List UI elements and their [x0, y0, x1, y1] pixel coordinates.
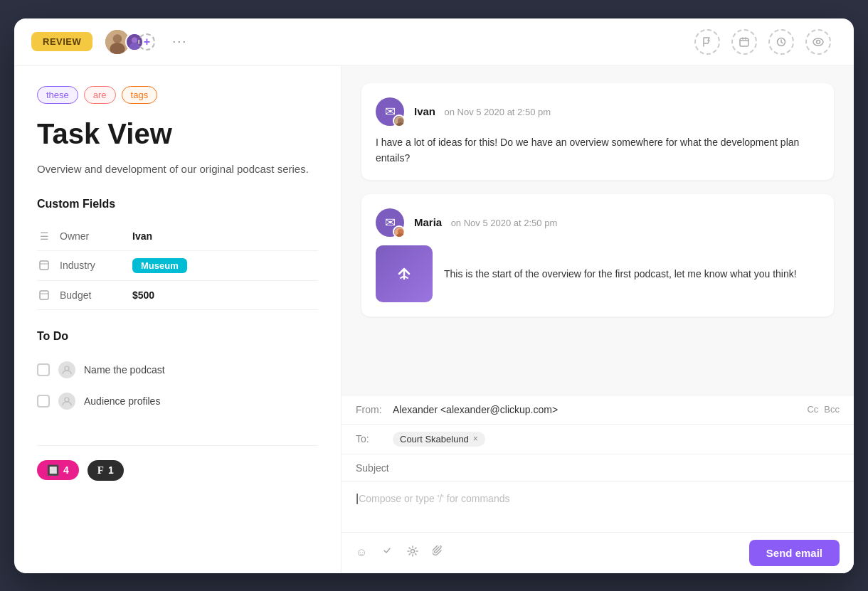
custom-fields-title: Custom Fields — [37, 198, 318, 211]
email-body[interactable]: |Compose or type '/' for commands — [342, 482, 854, 532]
comment-text-2: This is the start of the overview for th… — [444, 266, 797, 282]
svg-rect-6 — [740, 38, 748, 46]
task-description: Overview and development of our original… — [37, 161, 318, 178]
ivan-small-avatar — [393, 115, 406, 127]
todo-label-1: Name the podcast — [84, 364, 165, 376]
tag-tags[interactable]: tags — [122, 86, 158, 104]
flag-icon[interactable] — [694, 29, 720, 55]
cc-bcc: Cc Bcc — [807, 404, 840, 415]
pill-figma[interactable]: 🔲 4 — [37, 460, 79, 480]
tag-are[interactable]: are — [84, 86, 116, 104]
email-from-row: From: Alexander <alexander@clickup.com> … — [342, 395, 854, 425]
attachment-row: This is the start of the overview for th… — [376, 245, 820, 302]
pill-figma-count: 4 — [63, 464, 69, 476]
todo-checkbox-1[interactable] — [37, 363, 50, 376]
comment-avatar-ivan: ✉ — [376, 97, 404, 126]
settings-icon[interactable] — [407, 545, 418, 560]
emoji-icon[interactable]: ☺ — [356, 546, 367, 559]
pill-figma2-icon: F — [97, 464, 104, 476]
comment-header-2: ✉ Maria on Nov 5 2020 at — [376, 208, 820, 237]
attachment-icon[interactable] — [433, 545, 444, 560]
mention-icon[interactable] — [381, 545, 393, 560]
maria-small-avatar — [393, 225, 406, 238]
todo-item-2: Audience profiles — [37, 385, 318, 417]
svg-point-14 — [65, 366, 69, 371]
email-compose: From: Alexander <alexander@clickup.com> … — [342, 395, 854, 573]
comment-author-2: Maria — [414, 216, 442, 228]
todo-section: To Do Name the podcast — [37, 330, 318, 417]
pill-figma-icon: 🔲 — [47, 464, 59, 476]
comment-meta-2: Maria on Nov 5 2020 at 2:50 pm — [414, 216, 820, 229]
pill-figma-2[interactable]: F 1 — [88, 460, 124, 481]
svg-point-22 — [411, 550, 415, 553]
main-content: these are tags Task View Overview and de… — [14, 66, 854, 573]
bcc-label[interactable]: Bcc — [824, 404, 840, 415]
comment-avatar-maria: ✉ — [376, 208, 404, 237]
custom-fields: Custom Fields ☰ Owner Ivan Industry Muse… — [37, 198, 318, 310]
svg-point-4 — [132, 37, 137, 43]
tags-row: these are tags — [37, 86, 318, 104]
comment-time-1: on Nov 5 2020 at 2:50 pm — [444, 107, 551, 117]
todo-avatar-1 — [58, 361, 75, 378]
from-value: Alexander <alexander@clickup.com> — [393, 404, 798, 415]
toolbar-icons — [694, 29, 794, 55]
svg-point-9 — [817, 40, 820, 43]
todo-avatar-2 — [58, 393, 75, 410]
to-label: To: — [356, 433, 384, 444]
send-email-button[interactable]: Send email — [749, 540, 840, 566]
email-subject-input[interactable] — [356, 462, 840, 474]
to-chip-remove[interactable]: × — [473, 434, 478, 444]
field-owner: ☰ Owner Ivan — [37, 222, 318, 251]
calendar-icon[interactable] — [731, 29, 757, 55]
budget-value: $500 — [132, 289, 154, 301]
comment-card-2: ✉ Maria on Nov 5 2020 at — [361, 194, 834, 316]
eye-icon[interactable] — [805, 29, 831, 55]
svg-point-8 — [813, 38, 823, 46]
owner-value: Ivan — [132, 230, 152, 242]
pill-figma2-count: 1 — [108, 464, 114, 476]
comment-author-1: Ivan — [414, 105, 435, 117]
owner-label: Owner — [60, 230, 124, 242]
svg-point-2 — [110, 42, 125, 55]
todo-title: To Do — [37, 330, 318, 343]
email-to-row: To: Court Skabelund × — [342, 425, 854, 454]
review-badge: REVIEW — [31, 32, 92, 51]
svg-rect-12 — [40, 291, 48, 299]
comment-header-1: ✉ Ivan on Nov 5 2020 at 2 — [376, 97, 820, 126]
comment-card-1: ✉ Ivan on Nov 5 2020 at 2 — [361, 83, 834, 181]
industry-icon — [37, 258, 51, 272]
email-toolbar: ☺ — [342, 532, 854, 573]
from-label: From: — [356, 404, 384, 415]
clock-icon[interactable] — [768, 29, 794, 55]
field-industry: Industry Museum — [37, 251, 318, 281]
industry-value: Museum — [132, 258, 187, 273]
top-bar: REVIEW + ·· — [14, 18, 854, 66]
add-assignee-button[interactable]: + — [138, 33, 155, 50]
comments-area: ✉ Ivan on Nov 5 2020 at 2 — [342, 66, 854, 395]
email-subject-row — [342, 454, 854, 482]
app-window: REVIEW + ·· — [14, 18, 854, 573]
comment-meta-1: Ivan on Nov 5 2020 at 2:50 pm — [414, 105, 820, 118]
todo-item-1: Name the podcast — [37, 354, 318, 385]
owner-icon: ☰ — [37, 229, 51, 243]
email-body-placeholder: Compose or type '/' for commands — [359, 493, 509, 504]
avatar-group: + — [104, 28, 155, 55]
cc-label[interactable]: Cc — [807, 404, 818, 415]
more-options-button[interactable]: ··· — [172, 34, 187, 49]
attachment-thumbnail[interactable] — [376, 245, 433, 302]
svg-point-15 — [65, 398, 69, 402]
todo-label-2: Audience profiles — [84, 395, 160, 407]
comment-text-1: I have a lot of ideas for this! Do we ha… — [376, 134, 820, 166]
right-panel: ✉ Ivan on Nov 5 2020 at 2 — [342, 66, 854, 573]
comment-time-2: on Nov 5 2020 at 2:50 pm — [451, 218, 558, 228]
svg-point-1 — [113, 34, 122, 43]
field-budget: Budget $500 — [37, 281, 318, 310]
budget-label: Budget — [60, 289, 124, 301]
budget-icon — [37, 288, 51, 302]
industry-label: Industry — [60, 260, 124, 271]
tag-these[interactable]: these — [37, 86, 78, 104]
todo-checkbox-2[interactable] — [37, 395, 50, 408]
to-chip[interactable]: Court Skabelund × — [393, 432, 485, 447]
svg-rect-10 — [40, 261, 48, 270]
task-title: Task View — [37, 118, 318, 149]
